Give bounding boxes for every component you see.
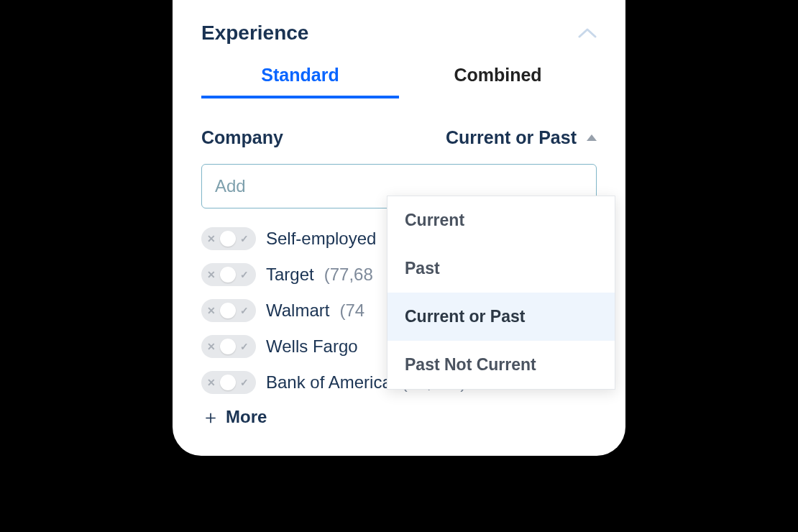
- dropdown-option-past-not-current[interactable]: Past Not Current: [387, 341, 615, 389]
- caret-up-icon: [587, 134, 597, 141]
- company-count: (74: [339, 301, 364, 321]
- toggle-knob: [220, 303, 236, 318]
- x-icon: ✕: [207, 306, 216, 316]
- x-icon: ✕: [207, 270, 216, 280]
- tab-standard[interactable]: Standard: [201, 65, 399, 98]
- x-icon: ✕: [207, 234, 216, 244]
- company-time-dropdown[interactable]: Current or Past: [446, 127, 597, 148]
- panel-header: Experience: [201, 22, 597, 45]
- company-count: (77,68: [324, 265, 373, 285]
- company-name[interactable]: Bank of America: [266, 372, 392, 393]
- x-icon: ✕: [207, 377, 216, 387]
- tabs: Standard Combined: [201, 65, 597, 98]
- dropdown-option-past[interactable]: Past: [387, 244, 615, 293]
- company-name[interactable]: Self-employed: [266, 229, 376, 249]
- tri-state-toggle[interactable]: ✕ ✓: [201, 299, 256, 322]
- dropdown-option-current-or-past[interactable]: Current or Past: [387, 293, 615, 341]
- company-label: Company: [201, 127, 283, 148]
- company-name[interactable]: Target: [266, 265, 314, 285]
- check-icon: ✓: [240, 234, 249, 244]
- toggle-knob: [220, 231, 236, 247]
- check-icon: ✓: [240, 306, 249, 316]
- panel-title: Experience: [201, 22, 308, 45]
- dropdown-selected-value: Current or Past: [446, 127, 577, 148]
- tri-state-toggle[interactable]: ✕ ✓: [201, 227, 256, 250]
- toggle-knob: [220, 267, 236, 283]
- company-filter-row: Company Current or Past: [201, 127, 597, 148]
- dropdown-menu: Current Past Current or Past Past Not Cu…: [387, 196, 615, 390]
- more-button[interactable]: ＋ More: [201, 407, 597, 427]
- x-icon: ✕: [207, 341, 216, 352]
- check-icon: ✓: [240, 341, 249, 352]
- tri-state-toggle[interactable]: ✕ ✓: [201, 335, 256, 358]
- toggle-knob: [220, 375, 236, 390]
- more-label: More: [226, 407, 267, 427]
- tab-combined[interactable]: Combined: [399, 65, 597, 98]
- company-name[interactable]: Walmart: [266, 301, 329, 321]
- experience-panel: Experience Standard Combined Company Cur…: [173, 0, 625, 456]
- chevron-up-icon[interactable]: [578, 27, 597, 39]
- tri-state-toggle[interactable]: ✕ ✓: [201, 263, 256, 286]
- dropdown-option-current[interactable]: Current: [387, 196, 615, 244]
- toggle-knob: [220, 339, 236, 354]
- plus-icon: ＋: [201, 408, 220, 426]
- tri-state-toggle[interactable]: ✕ ✓: [201, 371, 256, 394]
- check-icon: ✓: [240, 270, 249, 280]
- check-icon: ✓: [240, 377, 249, 387]
- company-name[interactable]: Wells Fargo: [266, 336, 358, 357]
